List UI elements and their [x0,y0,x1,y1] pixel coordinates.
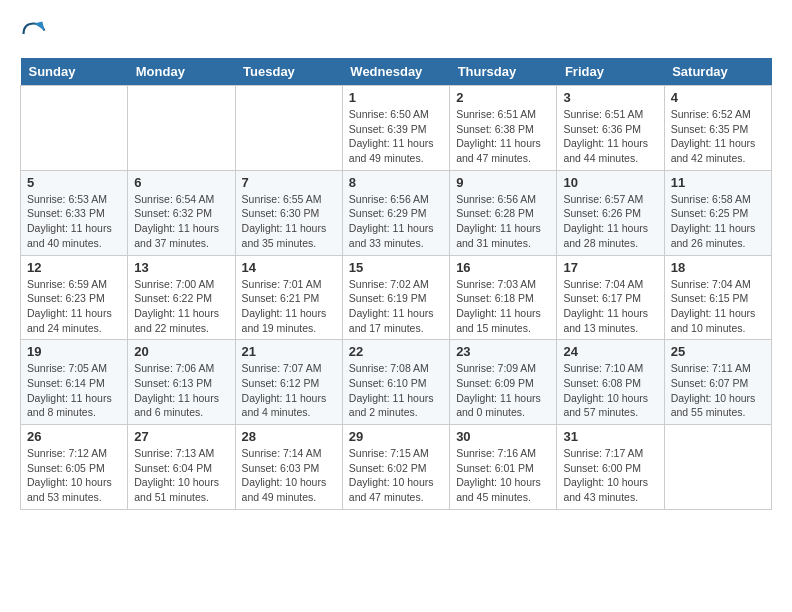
day-number: 1 [349,90,443,105]
calendar-day-26: 26Sunrise: 7:12 AM Sunset: 6:05 PM Dayli… [21,425,128,510]
calendar-day-11: 11Sunrise: 6:58 AM Sunset: 6:25 PM Dayli… [664,170,771,255]
calendar-day-16: 16Sunrise: 7:03 AM Sunset: 6:18 PM Dayli… [450,255,557,340]
day-info: Sunrise: 7:04 AM Sunset: 6:17 PM Dayligh… [563,277,657,336]
day-info: Sunrise: 7:01 AM Sunset: 6:21 PM Dayligh… [242,277,336,336]
day-number: 26 [27,429,121,444]
calendar-day-21: 21Sunrise: 7:07 AM Sunset: 6:12 PM Dayli… [235,340,342,425]
logo-icon [20,20,48,48]
weekday-header-thursday: Thursday [450,58,557,86]
day-number: 10 [563,175,657,190]
day-number: 9 [456,175,550,190]
day-number: 6 [134,175,228,190]
day-number: 18 [671,260,765,275]
day-info: Sunrise: 6:50 AM Sunset: 6:39 PM Dayligh… [349,107,443,166]
day-info: Sunrise: 7:13 AM Sunset: 6:04 PM Dayligh… [134,446,228,505]
day-info: Sunrise: 7:09 AM Sunset: 6:09 PM Dayligh… [456,361,550,420]
day-info: Sunrise: 7:14 AM Sunset: 6:03 PM Dayligh… [242,446,336,505]
day-info: Sunrise: 6:51 AM Sunset: 6:36 PM Dayligh… [563,107,657,166]
day-number: 5 [27,175,121,190]
day-number: 25 [671,344,765,359]
day-info: Sunrise: 7:00 AM Sunset: 6:22 PM Dayligh… [134,277,228,336]
day-info: Sunrise: 6:51 AM Sunset: 6:38 PM Dayligh… [456,107,550,166]
calendar-table: SundayMondayTuesdayWednesdayThursdayFrid… [20,58,772,510]
page-header [20,20,772,48]
day-info: Sunrise: 7:06 AM Sunset: 6:13 PM Dayligh… [134,361,228,420]
calendar-week-3: 12Sunrise: 6:59 AM Sunset: 6:23 PM Dayli… [21,255,772,340]
calendar-header-row: SundayMondayTuesdayWednesdayThursdayFrid… [21,58,772,86]
day-number: 22 [349,344,443,359]
day-info: Sunrise: 7:16 AM Sunset: 6:01 PM Dayligh… [456,446,550,505]
day-info: Sunrise: 7:07 AM Sunset: 6:12 PM Dayligh… [242,361,336,420]
day-info: Sunrise: 7:08 AM Sunset: 6:10 PM Dayligh… [349,361,443,420]
weekday-header-monday: Monday [128,58,235,86]
calendar-day-24: 24Sunrise: 7:10 AM Sunset: 6:08 PM Dayli… [557,340,664,425]
day-info: Sunrise: 7:17 AM Sunset: 6:00 PM Dayligh… [563,446,657,505]
calendar-empty-cell [21,86,128,171]
day-number: 11 [671,175,765,190]
calendar-week-5: 26Sunrise: 7:12 AM Sunset: 6:05 PM Dayli… [21,425,772,510]
day-number: 2 [456,90,550,105]
day-info: Sunrise: 7:10 AM Sunset: 6:08 PM Dayligh… [563,361,657,420]
calendar-day-20: 20Sunrise: 7:06 AM Sunset: 6:13 PM Dayli… [128,340,235,425]
day-number: 20 [134,344,228,359]
calendar-day-19: 19Sunrise: 7:05 AM Sunset: 6:14 PM Dayli… [21,340,128,425]
day-info: Sunrise: 6:52 AM Sunset: 6:35 PM Dayligh… [671,107,765,166]
calendar-day-10: 10Sunrise: 6:57 AM Sunset: 6:26 PM Dayli… [557,170,664,255]
calendar-day-8: 8Sunrise: 6:56 AM Sunset: 6:29 PM Daylig… [342,170,449,255]
day-info: Sunrise: 7:04 AM Sunset: 6:15 PM Dayligh… [671,277,765,336]
day-info: Sunrise: 7:05 AM Sunset: 6:14 PM Dayligh… [27,361,121,420]
weekday-header-sunday: Sunday [21,58,128,86]
calendar-empty-cell [128,86,235,171]
day-number: 29 [349,429,443,444]
day-info: Sunrise: 7:03 AM Sunset: 6:18 PM Dayligh… [456,277,550,336]
day-number: 23 [456,344,550,359]
weekday-header-saturday: Saturday [664,58,771,86]
calendar-day-30: 30Sunrise: 7:16 AM Sunset: 6:01 PM Dayli… [450,425,557,510]
day-number: 3 [563,90,657,105]
day-info: Sunrise: 6:58 AM Sunset: 6:25 PM Dayligh… [671,192,765,251]
day-number: 13 [134,260,228,275]
day-number: 30 [456,429,550,444]
day-number: 15 [349,260,443,275]
day-info: Sunrise: 6:57 AM Sunset: 6:26 PM Dayligh… [563,192,657,251]
calendar-day-23: 23Sunrise: 7:09 AM Sunset: 6:09 PM Dayli… [450,340,557,425]
calendar-week-4: 19Sunrise: 7:05 AM Sunset: 6:14 PM Dayli… [21,340,772,425]
calendar-day-14: 14Sunrise: 7:01 AM Sunset: 6:21 PM Dayli… [235,255,342,340]
logo [20,20,52,48]
weekday-header-friday: Friday [557,58,664,86]
day-info: Sunrise: 6:59 AM Sunset: 6:23 PM Dayligh… [27,277,121,336]
calendar-week-2: 5Sunrise: 6:53 AM Sunset: 6:33 PM Daylig… [21,170,772,255]
day-info: Sunrise: 6:56 AM Sunset: 6:28 PM Dayligh… [456,192,550,251]
day-info: Sunrise: 7:12 AM Sunset: 6:05 PM Dayligh… [27,446,121,505]
calendar-day-18: 18Sunrise: 7:04 AM Sunset: 6:15 PM Dayli… [664,255,771,340]
day-number: 14 [242,260,336,275]
day-number: 21 [242,344,336,359]
calendar-day-27: 27Sunrise: 7:13 AM Sunset: 6:04 PM Dayli… [128,425,235,510]
day-number: 24 [563,344,657,359]
calendar-empty-cell [235,86,342,171]
day-info: Sunrise: 6:54 AM Sunset: 6:32 PM Dayligh… [134,192,228,251]
day-info: Sunrise: 7:02 AM Sunset: 6:19 PM Dayligh… [349,277,443,336]
day-number: 31 [563,429,657,444]
day-info: Sunrise: 6:56 AM Sunset: 6:29 PM Dayligh… [349,192,443,251]
calendar-day-4: 4Sunrise: 6:52 AM Sunset: 6:35 PM Daylig… [664,86,771,171]
day-number: 8 [349,175,443,190]
calendar-empty-cell [664,425,771,510]
day-info: Sunrise: 6:53 AM Sunset: 6:33 PM Dayligh… [27,192,121,251]
day-number: 7 [242,175,336,190]
calendar-day-1: 1Sunrise: 6:50 AM Sunset: 6:39 PM Daylig… [342,86,449,171]
day-number: 28 [242,429,336,444]
calendar-day-9: 9Sunrise: 6:56 AM Sunset: 6:28 PM Daylig… [450,170,557,255]
calendar-day-17: 17Sunrise: 7:04 AM Sunset: 6:17 PM Dayli… [557,255,664,340]
day-number: 4 [671,90,765,105]
day-info: Sunrise: 7:11 AM Sunset: 6:07 PM Dayligh… [671,361,765,420]
day-info: Sunrise: 7:15 AM Sunset: 6:02 PM Dayligh… [349,446,443,505]
weekday-header-tuesday: Tuesday [235,58,342,86]
calendar-day-29: 29Sunrise: 7:15 AM Sunset: 6:02 PM Dayli… [342,425,449,510]
calendar-day-2: 2Sunrise: 6:51 AM Sunset: 6:38 PM Daylig… [450,86,557,171]
calendar-day-6: 6Sunrise: 6:54 AM Sunset: 6:32 PM Daylig… [128,170,235,255]
day-info: Sunrise: 6:55 AM Sunset: 6:30 PM Dayligh… [242,192,336,251]
day-number: 27 [134,429,228,444]
day-number: 17 [563,260,657,275]
calendar-day-15: 15Sunrise: 7:02 AM Sunset: 6:19 PM Dayli… [342,255,449,340]
